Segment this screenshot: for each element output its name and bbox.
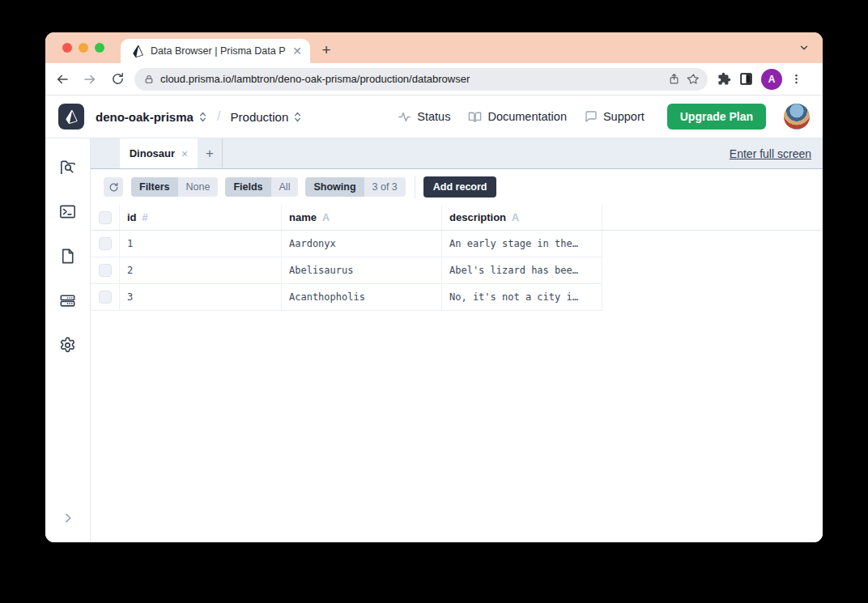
select-all-checkbox[interactable] [99,211,112,224]
project-selector[interactable]: deno-oak-prisma [96,110,207,124]
cell-description[interactable]: An early stage in the… [442,231,602,257]
table-row[interactable]: 1 Aardonyx An early stage in the… [91,231,823,257]
prisma-logo[interactable] [58,104,84,130]
table-row[interactable]: 3 Acanthopholis No, it's not a city i… [91,284,823,311]
cell-id[interactable]: 2 [120,257,282,284]
cell-name[interactable]: Abelisaurus [282,257,442,284]
model-tab-dinosaur[interactable]: Dinosaur × [120,138,198,168]
maximize-window-button[interactable] [95,43,104,53]
close-icon[interactable]: × [181,147,188,160]
environment-selector[interactable]: Production [231,110,303,124]
filters-value: None [178,177,219,197]
updown-chevron-icon [293,112,302,122]
lock-icon [144,74,154,84]
bookmark-star-icon[interactable] [687,73,700,86]
showing-control: Showing 3 of 3 [305,177,405,197]
forward-icon[interactable] [81,70,99,88]
environment-name: Production [231,110,289,124]
cell-name[interactable]: Acanthopholis [282,284,442,311]
status-label: Status [417,110,450,123]
row-checkbox[interactable] [99,264,112,277]
upgrade-plan-button[interactable]: Upgrade Plan [667,104,766,130]
table-row[interactable]: 2 Abelisaurus Abel's lizard has bee… [91,257,823,284]
add-model-tab-button[interactable]: + [198,138,222,168]
column-header-id[interactable]: id # [120,205,282,230]
tabbar-divider [222,138,223,168]
row-checkbox[interactable] [99,291,112,304]
breadcrumb-separator: / [217,108,221,125]
sidebar-item-databases[interactable] [58,291,78,309]
cell-name[interactable]: Aardonyx [282,231,442,257]
browser-window: Data Browser | Prisma Data Pla ✕ + [45,32,823,542]
empty-table-area [91,311,823,542]
sidebar-item-settings[interactable] [58,336,78,354]
column-header-name[interactable]: name A [282,205,442,230]
string-type-icon: A [512,212,519,223]
app-header: deno-oak-prisma / Production Status Docu… [45,96,823,138]
fields-value: All [271,177,299,197]
reload-icon[interactable] [108,70,126,88]
updown-chevron-icon [198,112,207,122]
minimize-window-button[interactable] [79,43,88,53]
activity-icon [398,110,411,124]
terminal-icon [58,202,77,221]
showing-value: 3 of 3 [364,177,406,197]
new-tab-button[interactable]: + [315,39,338,62]
project-name: deno-oak-prisma [96,110,194,124]
browser-tab[interactable]: Data Browser | Prisma Data Pla ✕ [121,39,310,63]
sidebar-item-schema[interactable] [58,247,78,265]
chevron-down-icon[interactable] [798,42,810,53]
table-header: id # name A description A [91,205,823,231]
url-text: cloud.prisma.io/lambtron/deno-oak-prisma… [160,73,662,85]
chevron-right-icon [62,512,74,524]
chrome-profile-avatar[interactable]: A [761,69,782,90]
support-label: Support [603,110,645,123]
int-type-icon: # [143,212,148,223]
sidebar-item-data-browser[interactable] [58,158,78,176]
gear-icon [58,336,77,355]
model-tab-label: Dinosaur [130,147,175,159]
fields-label: Fields [225,177,270,197]
cell-description[interactable]: No, it's not a city i… [442,284,602,311]
documentation-link[interactable]: Documentation [468,110,567,124]
side-panel-icon[interactable] [739,72,753,86]
documentation-label: Documentation [487,110,567,123]
back-icon[interactable] [53,70,71,88]
showing-label: Showing [305,177,364,197]
prisma-favicon [132,45,144,57]
user-avatar[interactable] [784,104,810,130]
close-window-button[interactable] [62,43,72,53]
sidebar-expand-button[interactable] [45,512,90,524]
cell-id[interactable]: 1 [120,231,282,257]
row-checkbox[interactable] [99,237,112,250]
app-sidebar [45,138,91,542]
share-icon[interactable] [668,73,680,85]
support-link[interactable]: Support [585,110,645,123]
browser-menu-icon[interactable] [790,73,802,85]
sidebar-item-query-console[interactable] [58,202,78,220]
extensions-icon[interactable] [717,72,731,86]
tab-close-icon[interactable]: ✕ [292,45,302,57]
traffic-lights [62,43,104,53]
string-type-icon: A [322,212,330,223]
desktop-background: Data Browser | Prisma Data Pla ✕ + [0,0,868,603]
browser-tab-title: Data Browser | Prisma Data Pla [151,45,286,57]
toolbar-divider [415,176,415,198]
column-header-description[interactable]: description A [442,205,602,230]
cell-description[interactable]: Abel's lizard has bee… [442,257,602,284]
model-tab-bar: Dinosaur × + Enter full screen [91,138,823,169]
book-open-icon [468,110,482,124]
enter-fullscreen-link[interactable]: Enter full screen [730,147,811,160]
fields-control[interactable]: Fields All [225,177,298,197]
status-link[interactable]: Status [398,110,450,124]
refresh-button[interactable] [104,177,123,197]
data-toolbar: Filters None Fields All Showing 3 of 3 A… [91,169,823,205]
folder-search-icon [58,158,77,176]
filters-control[interactable]: Filters None [131,177,218,197]
filters-label: Filters [131,177,178,197]
url-bar[interactable]: cloud.prisma.io/lambtron/deno-oak-prisma… [134,68,708,91]
server-stack-icon [58,291,77,310]
cell-id[interactable]: 3 [120,284,282,311]
add-record-button[interactable]: Add record [423,176,497,197]
refresh-icon [108,182,119,193]
